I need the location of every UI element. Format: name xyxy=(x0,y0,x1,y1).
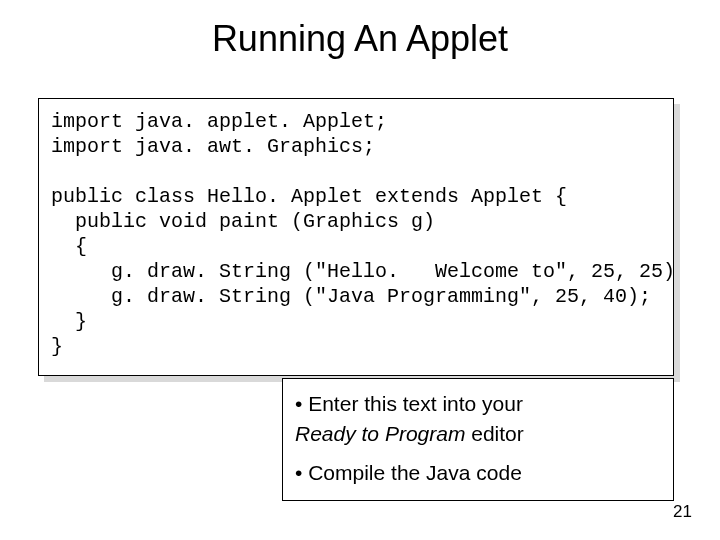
callout-line-3: • Compile the Java code xyxy=(295,460,661,486)
page-title: Running An Applet xyxy=(0,18,720,60)
instructions-callout: • Enter this text into your Ready to Pro… xyxy=(282,378,674,501)
callout-line-2-rest: editor xyxy=(465,422,523,445)
callout-line-1: • Enter this text into your xyxy=(295,391,661,417)
code-block: import java. applet. Applet; import java… xyxy=(38,98,674,376)
callout-line-2: Ready to Program editor xyxy=(295,421,661,447)
callout-line-1-text: • Enter this text into your xyxy=(295,392,523,415)
callout-line-2-emph: Ready to Program xyxy=(295,422,465,445)
page-number: 21 xyxy=(673,502,692,522)
